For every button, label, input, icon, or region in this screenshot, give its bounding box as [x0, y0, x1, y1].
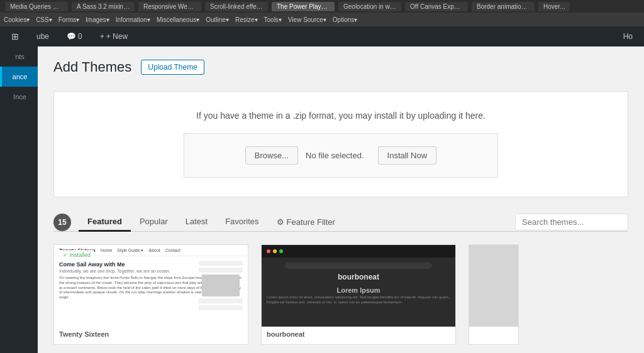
no-file-label: No file selected. [306, 151, 364, 160]
theme-card-partial[interactable] [469, 244, 519, 345]
theme-card-footer-twentysixteen: Twenty Sixteen [54, 327, 248, 342]
toolbar-tools[interactable]: Tools▾ [264, 16, 282, 23]
install-now-button[interactable]: Install Now [378, 146, 437, 165]
toolbar-misc[interactable]: Miscellaneous▾ [157, 16, 199, 23]
browser-tab-bar: Media Queries Mix... A Sass 3.2 mixin f.… [0, 0, 644, 13]
theme-card-twentysixteen[interactable]: Twenty Sixteen Home Style Guide ▾ About … [53, 244, 248, 345]
gear-icon: ⚙ [277, 217, 284, 227]
tab-border[interactable]: Border animation ... [472, 2, 535, 11]
sidebar-item-label: Ince [13, 93, 26, 100]
upload-form-area: Browse... No file selected. Install Now [184, 133, 498, 178]
tab-featured[interactable]: Featured [79, 213, 131, 232]
new-content-button[interactable]: + + New [95, 26, 133, 46]
sidebar: nts ance Ince [0, 46, 38, 353]
toolbar-view-source[interactable]: View Source▾ [288, 16, 326, 23]
toolbar-resize[interactable]: Resize▾ [235, 16, 258, 23]
feature-filter[interactable]: ⚙ Feature Filter [268, 214, 344, 231]
tab-latest[interactable]: Latest [177, 213, 216, 232]
theme-name-twentysixteen: Twenty Sixteen [59, 330, 243, 338]
theme-name-bourboneat: bourboneat [267, 330, 450, 338]
tab-scroll[interactable]: Scroll-linked effec... [205, 2, 268, 11]
tab-hover[interactable]: Hover... [538, 2, 570, 11]
sidebar-item-appearance[interactable]: ance [0, 67, 38, 87]
tab-offcanvas[interactable]: Off Canvas Experi... [405, 2, 468, 11]
theme-preview-bourboneat: bourboneat Lorem Ipsum Lorem ipsum dolor… [262, 245, 455, 327]
theme-preview-twentysixteen: Twenty Sixteen Home Style Guide ▾ About … [54, 245, 248, 327]
bn-searchbar [285, 263, 432, 269]
window-dot-yellow [273, 249, 277, 253]
tab-responsive[interactable]: Responsive Web ... [138, 2, 201, 11]
sidebar-item-label: ance [13, 73, 28, 80]
theme-preview-partial [469, 245, 518, 327]
filter-bar: 15 Featured Popular Latest Favorites ⚙ F… [53, 213, 628, 232]
toolbar-cookies[interactable]: Cookies▾ [4, 16, 30, 23]
toolbar-css[interactable]: CSS▾ [36, 16, 52, 23]
tab-sass[interactable]: A Sass 3.2 mixin f... [72, 2, 135, 11]
feature-filter-label: Feature Filter [287, 217, 335, 227]
page-header: Add Themes Upload Theme [53, 59, 628, 75]
bn-title: bourboneat [338, 273, 379, 281]
site-name[interactable]: ube [31, 26, 54, 46]
bn-lorem: Lorem Ipsum [336, 286, 380, 294]
sidebar-item-users[interactable]: Ince [0, 87, 38, 107]
toolbar-information[interactable]: Information▾ [116, 16, 150, 23]
sidebar-item-label: nts [15, 53, 25, 60]
tab-popular[interactable]: Popular [131, 213, 177, 232]
wp-admin-bar: ⊞ ube 💬 0 + + New Ho [0, 26, 644, 46]
window-dot-red [267, 249, 270, 253]
main-layout: nts ance Ince Add Themes Upload Theme If… [0, 46, 644, 353]
theme-card-bourboneat[interactable]: bourboneat Lorem Ipsum Lorem ipsum dolor… [261, 244, 456, 345]
theme-grid: Twenty Sixteen Home Style Guide ▾ About … [53, 244, 628, 345]
browse-button[interactable]: Browse... [245, 146, 298, 165]
upload-section: If you have a theme in a .zip format, yo… [53, 91, 628, 197]
upload-theme-button[interactable]: Upload Theme [141, 60, 204, 75]
toolbar-images[interactable]: Images▾ [86, 16, 109, 23]
tab-favorites[interactable]: Favorites [216, 213, 267, 232]
tab-power-players[interactable]: The Power Players... [272, 2, 335, 11]
toolbar-forms[interactable]: Forms▾ [58, 16, 79, 23]
page-title: Add Themes [53, 59, 131, 75]
window-dot-green [279, 249, 283, 253]
tab-geolocation[interactable]: Geolocation in we... [338, 2, 401, 11]
content-area: Add Themes Upload Theme If you have a th… [38, 46, 644, 353]
wp-logo[interactable]: ⊞ [6, 26, 24, 46]
comments[interactable]: 💬 0 [62, 26, 87, 46]
toolbar-options[interactable]: Options▾ [333, 16, 357, 23]
theme-count-badge: 15 [53, 214, 71, 231]
browser-toolbar: Cookies▾ CSS▾ Forms▾ Images▾ Information… [0, 13, 644, 26]
bn-text: Lorem ipsum dolor sit amet, consectetur … [267, 295, 450, 305]
admin-bar-right: Ho [618, 32, 638, 41]
installed-badge: ✓ Installed [59, 250, 94, 260]
search-themes-input[interactable] [515, 214, 628, 231]
upload-description: If you have a theme in a .zip format, yo… [67, 111, 615, 121]
tab-media-queries[interactable]: Media Queries Mix... [5, 2, 68, 11]
sidebar-item-plugins[interactable]: nts [0, 46, 38, 67]
toolbar-outline[interactable]: Outline▾ [206, 16, 229, 23]
theme-card-footer-bourboneat: bourboneat [262, 327, 455, 342]
